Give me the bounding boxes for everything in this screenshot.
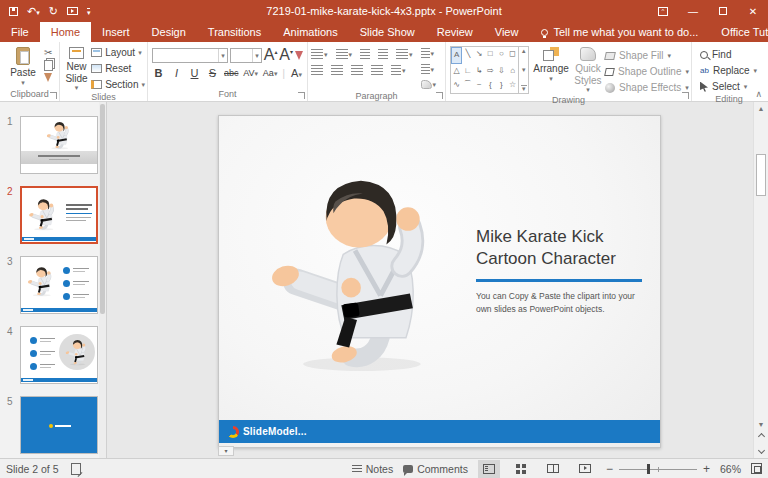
shrink-font-button[interactable]: A▾ bbox=[279, 46, 293, 64]
slide-1-thumbnail[interactable] bbox=[20, 116, 98, 174]
bullets-button[interactable]: ▾ bbox=[310, 48, 329, 60]
zoom-in-button[interactable]: + bbox=[703, 463, 710, 475]
thumbnail-item-4[interactable]: 4 bbox=[0, 326, 100, 384]
slide-canvas[interactable]: Mike Karate Kick Cartoon Character You c… bbox=[218, 115, 661, 448]
normal-view-button[interactable] bbox=[478, 460, 500, 478]
close-button[interactable]: ✕ bbox=[738, 0, 768, 22]
thumbnail-pane-scroll-thumb[interactable] bbox=[100, 104, 105, 314]
numbering-button[interactable]: ▾ bbox=[335, 48, 354, 60]
section-button[interactable]: Section▾ bbox=[91, 77, 145, 92]
shape-left-brace[interactable]: { bbox=[485, 78, 496, 93]
align-right-button[interactable] bbox=[350, 64, 364, 76]
format-painter-button[interactable] bbox=[44, 73, 52, 82]
comments-button[interactable]: Comments bbox=[403, 463, 468, 475]
bold-button[interactable]: B bbox=[152, 67, 165, 79]
shape-fill-button[interactable]: Shape Fill▾ bbox=[605, 48, 689, 63]
slide-sorter-button[interactable] bbox=[510, 460, 532, 478]
karate-character-clipart[interactable] bbox=[259, 168, 455, 374]
font-dialog-launcher[interactable] bbox=[298, 92, 305, 99]
zoom-level[interactable]: 66% bbox=[720, 463, 741, 475]
maximize-button[interactable] bbox=[708, 0, 738, 22]
shape-scribble[interactable]: ∿ bbox=[451, 78, 462, 93]
grow-font-button[interactable]: A▴ bbox=[264, 46, 278, 64]
quick-styles-button[interactable]: Quick Styles ▾ bbox=[571, 45, 605, 95]
shape-oval[interactable]: ○ bbox=[496, 47, 507, 64]
drawing-dialog-launcher[interactable] bbox=[682, 92, 689, 99]
font-name-combo[interactable]: ▾ bbox=[152, 48, 228, 63]
reading-view-button[interactable] bbox=[542, 460, 564, 478]
shape-triangle[interactable]: △ bbox=[451, 64, 462, 79]
pane-splitter-button[interactable]: ▾ bbox=[218, 446, 234, 456]
tab-view[interactable]: View bbox=[484, 22, 530, 42]
slide-text-block[interactable]: Mike Karate Kick Cartoon Character You c… bbox=[476, 226, 648, 315]
decrease-indent-button[interactable] bbox=[359, 48, 371, 60]
thumbnail-pane-scrollbar[interactable] bbox=[99, 102, 106, 458]
shape-arc[interactable]: ⌒ bbox=[462, 78, 473, 93]
shape-freeform[interactable]: ∟ bbox=[462, 64, 473, 79]
slide-3-thumbnail[interactable] bbox=[20, 256, 98, 314]
scroll-down-arrow[interactable]: ▼ bbox=[754, 421, 768, 428]
slide-5-thumbnail[interactable] bbox=[20, 396, 98, 454]
shape-arrow-line[interactable]: ↘ bbox=[473, 47, 484, 64]
thumbnail-item-3[interactable]: 3 bbox=[0, 256, 100, 314]
slide-body-text[interactable]: You can Copy & Paste the clipart into yo… bbox=[476, 290, 644, 315]
cut-button[interactable]: ✂ bbox=[44, 47, 53, 58]
strikethrough-button[interactable]: S bbox=[206, 67, 219, 79]
previous-slide-button[interactable] bbox=[754, 430, 768, 442]
zoom-slider[interactable] bbox=[619, 464, 697, 474]
scroll-thumb[interactable] bbox=[756, 154, 766, 196]
zoom-slider-thumb[interactable] bbox=[647, 464, 650, 474]
shadow-button[interactable]: abc bbox=[224, 68, 238, 78]
shape-outline-button[interactable]: Shape Outline▾ bbox=[605, 64, 689, 79]
shape-textbox[interactable]: A bbox=[451, 47, 462, 64]
shape-snip-rect[interactable]: ⌂ bbox=[507, 64, 518, 79]
convert-smartart-button[interactable]: ▾ bbox=[420, 79, 438, 90]
shape-line[interactable]: ╲ bbox=[462, 47, 473, 64]
arrange-button[interactable]: Arrange ▾ bbox=[531, 45, 570, 95]
slide-title[interactable]: Mike Karate Kick Cartoon Character bbox=[476, 226, 648, 270]
layout-button[interactable]: Layout▾ bbox=[91, 45, 145, 60]
tab-file[interactable]: File bbox=[0, 22, 40, 42]
clipboard-dialog-launcher[interactable] bbox=[50, 92, 57, 99]
slide-2-thumbnail[interactable] bbox=[20, 186, 98, 244]
thumbnail-item-2[interactable]: 2 bbox=[0, 186, 100, 244]
thumbnail-item-5[interactable]: 5 bbox=[0, 396, 100, 454]
find-button[interactable]: Find bbox=[700, 47, 764, 62]
character-spacing-button[interactable]: AV▾ bbox=[243, 68, 258, 78]
clear-formatting-button[interactable] bbox=[295, 51, 303, 60]
select-button[interactable]: Select▾ bbox=[700, 79, 764, 94]
increase-indent-button[interactable] bbox=[377, 48, 389, 60]
justify-button[interactable] bbox=[370, 64, 384, 76]
paragraph-dialog-launcher[interactable] bbox=[436, 92, 443, 99]
fit-slide-to-window-button[interactable] bbox=[751, 463, 762, 474]
line-spacing-button[interactable]: ▾ bbox=[395, 48, 414, 60]
shape-rounded-rect[interactable]: ◻ bbox=[507, 47, 518, 64]
copy-button[interactable] bbox=[44, 60, 53, 71]
undo-button[interactable]: ↶▾ bbox=[27, 6, 40, 17]
start-slideshow-icon[interactable] bbox=[67, 7, 78, 15]
tab-animations[interactable]: Animations bbox=[272, 22, 348, 42]
tab-insert[interactable]: Insert bbox=[91, 22, 141, 42]
align-left-button[interactable] bbox=[310, 64, 324, 76]
columns-button[interactable]: ▾ bbox=[390, 64, 407, 76]
underline-button[interactable]: U bbox=[188, 67, 201, 79]
reset-button[interactable]: Reset bbox=[91, 61, 145, 76]
align-center-button[interactable] bbox=[330, 64, 344, 76]
ribbon-display-options-button[interactable]: ^ bbox=[648, 0, 678, 22]
spell-check-icon[interactable] bbox=[71, 463, 81, 475]
italic-button[interactable]: I bbox=[170, 67, 183, 79]
slide-show-button[interactable] bbox=[574, 460, 596, 478]
next-slide-button[interactable] bbox=[754, 444, 768, 456]
shape-curve[interactable]: ~ bbox=[473, 78, 484, 93]
collapse-ribbon-button[interactable]: ∧ bbox=[755, 89, 762, 99]
tab-review[interactable]: Review bbox=[426, 22, 484, 42]
slide-indicator[interactable]: Slide 2 of 5 bbox=[6, 463, 59, 475]
font-size-combo[interactable]: ▾ bbox=[230, 48, 262, 63]
tab-transitions[interactable]: Transitions bbox=[197, 22, 272, 42]
minimize-button[interactable]: — bbox=[678, 0, 708, 22]
shape-right-brace[interactable]: } bbox=[496, 78, 507, 93]
redo-button[interactable]: ↻ bbox=[49, 6, 58, 17]
scroll-up-arrow[interactable]: ▲ bbox=[754, 105, 768, 112]
shape-right-arrow[interactable]: ⇨ bbox=[485, 64, 496, 79]
shape-down-arrow[interactable]: ⇩ bbox=[496, 64, 507, 79]
